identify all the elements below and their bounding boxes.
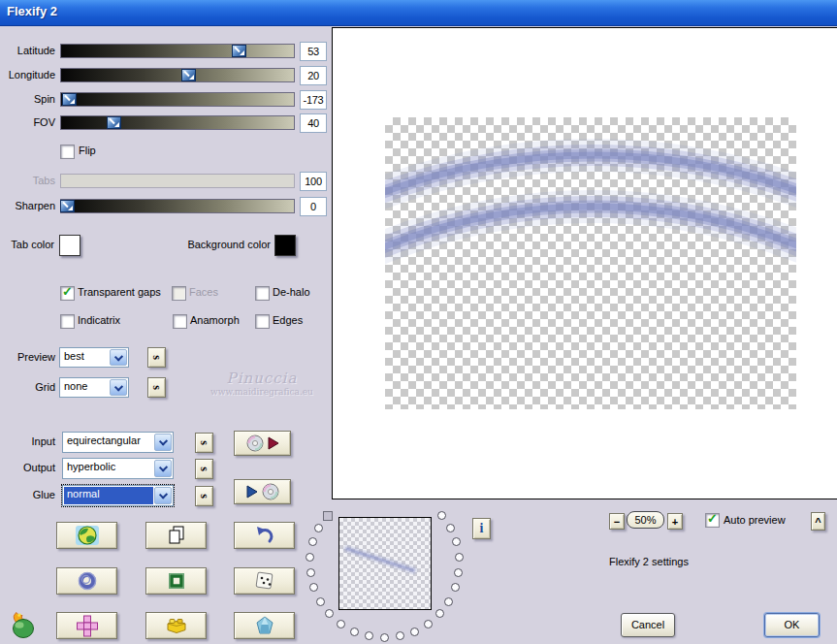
input-style-button[interactable]: s (195, 433, 213, 453)
planet-button[interactable] (56, 522, 117, 549)
fov-slider-thumb[interactable] (107, 116, 121, 129)
ring-dot (325, 609, 334, 618)
ok-button[interactable]: OK (764, 613, 820, 637)
sharpen-slider[interactable] (60, 199, 295, 213)
preview-pane[interactable] (332, 27, 837, 499)
dice-icon (253, 570, 276, 592)
latitude-value-box[interactable]: 53 (300, 42, 327, 61)
info-button[interactable]: i (472, 518, 491, 539)
spin-value-box[interactable]: -173 (300, 90, 327, 110)
sharpen-slider-thumb[interactable] (60, 200, 75, 212)
tabs-value-box[interactable]: 100 (300, 172, 327, 191)
fov-value-box[interactable]: 40 (300, 113, 327, 133)
ring-dot (306, 568, 315, 577)
flexify2-dialog: Flexify 2 Latitude 53 (0, 0, 837, 644)
ring-dot (454, 568, 463, 577)
title-bar[interactable]: Flexify 2 (0, 0, 837, 26)
longitude-label: Longitude (0, 68, 55, 81)
latitude-slider-thumb[interactable] (232, 45, 246, 57)
output-dropdown[interactable]: hyperbolic (62, 458, 174, 479)
red-play-arrow-icon (268, 436, 279, 450)
preview-mode-dropdown[interactable]: best (59, 347, 129, 368)
chevron-down-icon (113, 382, 122, 391)
ring-dot (314, 524, 323, 532)
indicatrix-checkbox[interactable] (60, 314, 75, 329)
fov-slider[interactable] (60, 115, 295, 130)
navigator-thumbnail[interactable] (338, 517, 432, 610)
collapse-button[interactable]: ^ (811, 512, 825, 531)
latitude-slider[interactable] (60, 44, 295, 58)
chevron-down-icon (158, 490, 167, 499)
spin-slider[interactable] (60, 92, 295, 107)
ring-dot (437, 511, 446, 520)
minus-icon: − (614, 516, 620, 528)
longitude-slider[interactable] (60, 68, 295, 82)
zoom-in-button[interactable]: + (667, 513, 683, 530)
input-dropdown-button[interactable] (154, 434, 172, 451)
preview-mode-dropdown-button[interactable] (110, 349, 127, 366)
glue-label: Glue (0, 489, 55, 500)
background-color-swatch[interactable] (274, 235, 296, 256)
load-settings-button[interactable] (234, 431, 291, 456)
preview-image-transparent-region (385, 117, 796, 409)
tabs-slider (60, 174, 295, 188)
preview-mode-value: best (60, 348, 109, 367)
cancel-button[interactable]: Cancel (621, 613, 675, 637)
copy-pages-icon (166, 525, 187, 546)
auto-preview-checkbox[interactable] (705, 513, 720, 528)
s-glyph: s (149, 385, 164, 390)
save-settings-button[interactable] (234, 479, 291, 504)
copy-button[interactable] (145, 522, 207, 549)
grid-dropdown-button[interactable] (110, 379, 127, 396)
chevron-down-icon (158, 436, 167, 445)
blue-play-arrow-icon (246, 485, 258, 499)
edges-label: Edges (273, 314, 303, 327)
zoom-level-display[interactable]: 50% (627, 511, 664, 529)
grid-value: none (60, 378, 109, 397)
grid-dropdown[interactable]: none (59, 377, 129, 398)
transparent-gaps-checkbox[interactable] (60, 286, 75, 301)
random-dice-button[interactable] (234, 567, 295, 595)
anamorph-checkbox[interactable] (173, 314, 187, 329)
ring-dot (309, 583, 318, 592)
tab-color-swatch[interactable] (59, 235, 80, 256)
cube-net-button[interactable] (56, 612, 117, 639)
glue-dropdown[interactable]: normal (62, 485, 174, 506)
lego-button[interactable] (145, 612, 207, 639)
s-glyph: s (197, 440, 211, 445)
undo-button[interactable] (234, 522, 295, 549)
ring-handle-square (323, 511, 333, 521)
flip-checkbox[interactable] (60, 145, 75, 159)
output-style-button[interactable]: s (195, 459, 213, 479)
longitude-slider-row: Longitude 20 (0, 68, 331, 82)
transparent-gaps-label: Transparent gaps (78, 286, 161, 299)
cd-disc-icon (262, 483, 279, 500)
crystal-icon (254, 615, 275, 636)
tabs-label: Tabs (0, 174, 55, 187)
torus-button[interactable] (56, 567, 117, 595)
indicatrix-label: Indicatrix (78, 314, 120, 327)
grid-style-button[interactable]: s (147, 377, 166, 398)
s-glyph: s (149, 355, 164, 360)
edges-checkbox[interactable] (255, 314, 270, 329)
sharpen-value-box[interactable]: 0 (300, 197, 327, 216)
ring-dot (308, 537, 317, 546)
zoom-out-button[interactable]: − (609, 513, 625, 530)
ring-dot (365, 631, 373, 640)
input-dropdown[interactable]: equirectangular (62, 432, 174, 453)
longitude-value-box[interactable]: 20 (300, 66, 327, 85)
dehalo-checkbox[interactable] (255, 286, 270, 301)
tabs-slider-row: Tabs 100 (0, 174, 331, 188)
watermark-name: Pinuccia (194, 370, 330, 387)
ring-dot (306, 553, 314, 562)
output-dropdown-button[interactable] (154, 460, 172, 477)
glue-dropdown-button[interactable] (154, 487, 172, 504)
caret-up-icon: ^ (815, 516, 821, 528)
glue-style-button[interactable]: s (195, 486, 213, 506)
spin-slider-thumb[interactable] (62, 93, 77, 106)
preview-style-button[interactable]: s (147, 347, 166, 368)
crystal-button[interactable] (234, 612, 295, 639)
square-frame-button[interactable] (145, 567, 207, 595)
ring-dot (446, 524, 455, 532)
longitude-slider-thumb[interactable] (181, 69, 196, 81)
